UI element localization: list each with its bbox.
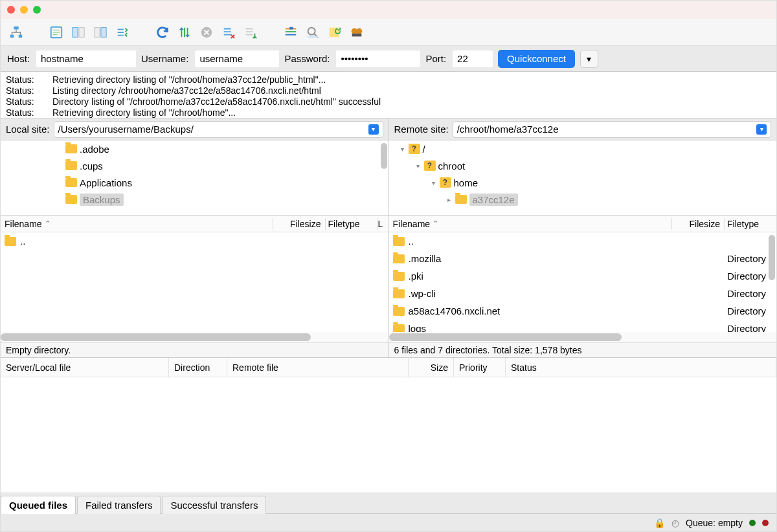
disclosure-icon[interactable]: ▾ [415,162,422,170]
local-status: Empty directory. [1,342,388,358]
chevron-down-icon: ▾ [368,124,379,135]
local-path-value: /Users/yourusername/Backups/ [58,124,194,135]
list-item[interactable]: logsDirectory [389,320,777,332]
status-bar: 🔒 ◴ Queue: empty [1,513,776,531]
list-item[interactable]: .. [1,232,388,250]
svg-rect-8 [79,27,84,37]
svg-rect-7 [73,27,78,37]
port-input[interactable] [453,50,493,67]
tab-failed-transfers[interactable]: Failed transfers [77,496,161,514]
remote-file-list[interactable]: ...mozillaDirectory.pkiDirectory.wp-cliD… [389,232,777,332]
svg-rect-15 [289,27,293,29]
disclosure-icon[interactable]: ▸ [446,196,453,203]
remote-tree[interactable]: ▾?/ ▾?chroot ▾?home ▸a37cc12e [389,140,777,216]
folder-icon [393,324,405,333]
disconnect-icon[interactable] [220,23,238,41]
quickconnect-bar: Host: Username: Password: Port: Quickcon… [1,46,776,72]
username-input[interactable] [195,50,279,67]
list-item[interactable]: .mozillaDirectory [389,250,777,267]
scrollbar-thumb[interactable] [381,143,387,169]
quickconnect-history-button[interactable]: ▾ [580,50,598,68]
log-row: Status:Retrieving directory listing of "… [6,107,771,118]
folder-unknown-icon: ? [409,144,420,154]
svg-rect-9 [95,27,100,37]
main-window: Host: Username: Password: Port: Quickcon… [0,0,777,532]
list-item[interactable]: .wp-cliDirectory [389,285,777,302]
lock-icon[interactable]: 🔒 [654,518,665,528]
list-item[interactable]: .. [389,232,777,250]
toggle-local-tree-icon[interactable] [69,23,87,41]
folder-icon [393,272,405,281]
list-item[interactable]: a58ac14706.nxcli.netDirectory [389,302,777,320]
svg-rect-0 [14,26,18,29]
remote-hscroll[interactable] [389,332,777,342]
sync-browse-icon[interactable] [348,23,366,41]
zoom-window-button[interactable] [33,6,41,14]
local-pane: Local site: /Users/yourusername/Backups/… [1,118,389,358]
process-queue-icon[interactable] [175,23,194,41]
folder-icon [65,144,77,153]
log-row: Status:Listing directory /chroot/home/a3… [6,85,771,96]
list-item[interactable]: .pkiDirectory [389,267,777,285]
svg-rect-18 [308,36,319,38]
svg-rect-10 [101,27,106,37]
close-window-button[interactable] [7,6,15,14]
tab-successful-transfers[interactable]: Successful transfers [162,496,266,514]
site-manager-icon[interactable] [7,23,25,41]
folder-icon [393,237,405,246]
folder-icon [393,254,405,263]
quickconnect-button[interactable]: Quickconnect [498,50,575,68]
remote-tree-selected[interactable]: a37cc12e [469,194,518,206]
remote-path-combo[interactable]: /chroot/home/a37cc12e ▾ [453,121,771,138]
local-hscroll[interactable] [1,332,388,342]
username-label: Username: [141,53,188,64]
toolbar [1,19,776,46]
toggle-remote-tree-icon[interactable] [91,23,109,41]
remote-pane: Remote site: /chroot/home/a37cc12e ▾ ▾?/… [389,118,777,358]
filter-icon[interactable] [282,23,300,41]
disclosure-icon[interactable]: ▾ [400,146,406,153]
reconnect-icon[interactable] [242,23,260,41]
local-file-header[interactable]: Filename⌃ Filesize Filetype L [1,216,388,232]
sort-asc-icon: ⌃ [45,219,51,228]
local-path-combo[interactable]: /Users/yourusername/Backups/ ▾ [54,121,383,138]
local-file-list[interactable]: .. [1,232,388,332]
queue-list[interactable] [1,377,776,493]
remote-status: 6 files and 7 directories. Total size: 1… [389,342,777,358]
titlebar [1,1,776,19]
local-tree-selected[interactable]: Backups [80,194,124,206]
folder-icon [393,307,405,316]
host-input[interactable] [36,50,136,67]
local-site-label: Local site: [6,124,50,135]
password-label: Password: [284,53,330,64]
queue-header[interactable]: Server/Local file Direction Remote file … [1,358,776,377]
password-input[interactable] [336,50,420,67]
remote-file-header[interactable]: Filename⌃ Filesize Filetype [389,216,777,232]
toggle-queue-icon[interactable] [113,23,131,41]
local-tree[interactable]: .adobe .cups Applications Backups [1,140,388,216]
svg-rect-2 [19,34,22,38]
folder-unknown-icon: ? [440,177,451,188]
minimize-window-button[interactable] [20,6,28,14]
host-label: Host: [7,53,30,64]
sort-asc-icon: ⌃ [433,219,438,228]
refresh-icon[interactable] [153,23,172,41]
log-row: Status:Retrieving directory listing of "… [6,74,771,85]
folder-icon [65,161,77,170]
transfer-tabs: Queued files Failed transfers Successful… [1,493,776,513]
folder-icon [65,178,77,187]
folder-icon [455,195,467,204]
folder-icon [65,195,77,204]
clock-icon[interactable]: ◴ [671,518,679,528]
scrollbar-thumb[interactable] [769,235,775,280]
cancel-icon[interactable] [197,23,216,41]
tab-queued-files[interactable]: Queued files [1,496,76,514]
search-icon[interactable] [304,23,322,41]
disclosure-icon[interactable]: ▾ [431,179,437,186]
toggle-log-icon[interactable] [47,23,65,41]
message-log[interactable]: Status:Retrieving directory listing of "… [1,72,776,118]
svg-rect-22 [352,33,362,36]
compare-icon[interactable] [326,23,344,41]
folder-unknown-icon: ? [424,161,436,171]
sites-area: Local site: /Users/yourusername/Backups/… [1,118,776,358]
